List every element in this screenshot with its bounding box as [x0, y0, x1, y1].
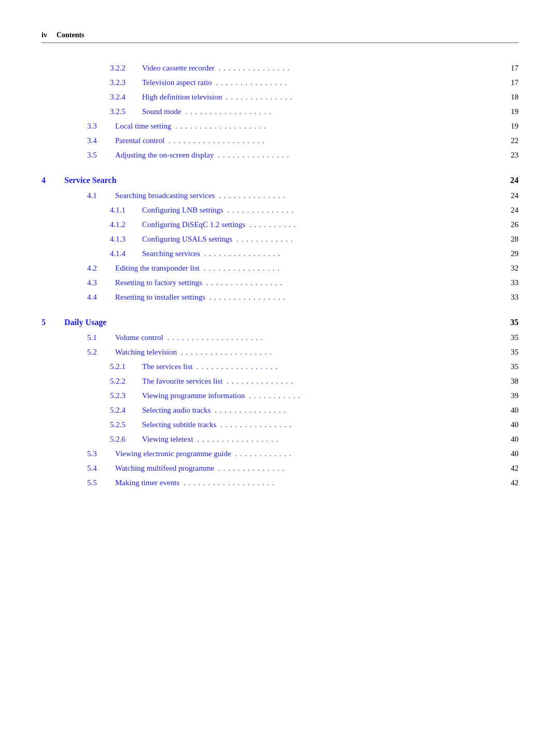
toc-label[interactable]: Selecting subtitle tracks . . . . . . . … [142, 418, 504, 431]
toc-entry-523: 5.2.3 Viewing programme information . . … [41, 389, 519, 402]
chapter5-header: 5 Daily Usage 35 [41, 318, 519, 327]
toc-label[interactable]: Volume control . . . . . . . . . . . . .… [115, 331, 504, 344]
toc-num: 4.1.3 [110, 233, 142, 245]
header-section: iv [41, 31, 47, 39]
toc-dots: . . . . . . . . . . . . . . . [216, 78, 288, 87]
toc-page: 35 [504, 360, 519, 373]
toc-entry-35: 3.5 Adjusting the on-screen display . . … [41, 149, 519, 161]
chapter4-header: 4 Service Search 24 [41, 176, 519, 185]
toc-dots: . . . . . . . . . . . . . . [218, 464, 285, 472]
toc-entry-522: 5.2.2 The favourite services list . . . … [41, 375, 519, 387]
toc-label[interactable]: Searching services . . . . . . . . . . .… [142, 247, 504, 260]
toc-page: 24 [504, 189, 519, 202]
toc-num: 5.2.2 [110, 375, 142, 387]
toc-label[interactable]: Viewing teletext . . . . . . . . . . . .… [142, 433, 504, 445]
toc-page: 22 [504, 134, 519, 147]
toc-label[interactable]: Configuring DiSEqC 1.2 settings . . . . … [142, 218, 504, 231]
toc-num: 3.2.4 [110, 91, 142, 103]
toc-dots: . . . . . . . . . . . [249, 391, 301, 400]
toc-page: 28 [504, 233, 519, 245]
toc-page: 40 [504, 418, 519, 431]
toc-page: 23 [504, 149, 519, 161]
toc-label[interactable]: Parental control . . . . . . . . . . . .… [115, 134, 504, 147]
toc-num: 5.2 [87, 346, 115, 358]
toc-num: 5.1 [87, 331, 115, 344]
toc-dots: . . . . . . . . . . . . . . . . [209, 293, 285, 301]
toc-label[interactable]: Viewing electronic programme guide . . .… [115, 447, 504, 460]
chapter5-title[interactable]: Daily Usage [64, 318, 504, 327]
toc-label[interactable]: Watching television . . . . . . . . . . … [115, 346, 504, 358]
chapter5-page: 35 [504, 318, 519, 327]
chapter4-title[interactable]: Service Search [64, 176, 504, 185]
toc-entry-414: 4.1.4 Searching services . . . . . . . .… [41, 247, 519, 260]
toc-entry-54: 5.4 Watching multifeed programme . . . .… [41, 462, 519, 474]
toc-page: 40 [504, 404, 519, 416]
toc-label[interactable]: The services list . . . . . . . . . . . … [142, 360, 504, 373]
toc-page: 26 [504, 218, 519, 231]
toc-page: 42 [504, 476, 519, 489]
toc-label[interactable]: Configuring LNB settings . . . . . . . .… [142, 204, 504, 216]
toc-label[interactable]: Configuring USALS settings . . . . . . .… [142, 233, 504, 245]
toc-entry-325: 3.2.5 Sound mode . . . . . . . . . . . .… [41, 105, 519, 118]
toc-num: 4.1 [87, 189, 115, 202]
toc-num: 5.2.4 [110, 404, 142, 416]
toc-page: 24 [504, 204, 519, 216]
toc-num: 5.2.1 [110, 360, 142, 373]
toc-entry-411: 4.1.1 Configuring LNB settings . . . . .… [41, 204, 519, 216]
toc-dots: . . . . . . . . . . . . . . [227, 377, 293, 385]
toc-dots: . . . . . . . . . . . . . . . . [204, 249, 281, 258]
toc-num: 3.2.3 [110, 76, 142, 89]
toc-entry-525: 5.2.5 Selecting subtitle tracks . . . . … [41, 418, 519, 431]
page-header: iv Contents [41, 31, 519, 43]
toc-dots: . . . . . . . . . . . . . . . [218, 151, 289, 159]
toc-label[interactable]: Video cassette recorder . . . . . . . . … [142, 62, 504, 74]
toc-dots: . . . . . . . . . . . . . . [227, 206, 293, 214]
toc-label[interactable]: Resetting to factory settings . . . . . … [115, 276, 504, 289]
toc-entry-33: 3.3 Local time setting . . . . . . . . .… [41, 120, 519, 132]
toc-entry-52: 5.2 Watching television . . . . . . . . … [41, 346, 519, 358]
toc-label[interactable]: Adjusting the on-screen display . . . . … [115, 149, 504, 161]
chapter5-num: 5 [41, 318, 64, 327]
toc-entry-526: 5.2.6 Viewing teletext . . . . . . . . .… [41, 433, 519, 445]
toc-label[interactable]: Viewing programme information . . . . . … [142, 389, 504, 402]
toc-dots: . . . . . . . . . . . . [235, 449, 291, 458]
toc-label[interactable]: Searching broadcasting services . . . . … [115, 189, 504, 202]
toc: 3.2.2 Video cassette recorder . . . . . … [41, 62, 519, 489]
toc-label[interactable]: Editing the transponder list . . . . . .… [115, 262, 504, 274]
toc-entry-524: 5.2.4 Selecting audio tracks . . . . . .… [41, 404, 519, 416]
toc-page: 17 [504, 76, 519, 89]
toc-num: 5.2.5 [110, 418, 142, 431]
toc-label[interactable]: Local time setting . . . . . . . . . . .… [115, 120, 504, 132]
header-title: Contents [57, 31, 85, 39]
toc-num: 5.5 [87, 476, 115, 489]
toc-page: 19 [504, 105, 519, 118]
toc-entry-41: 4.1 Searching broadcasting services . . … [41, 189, 519, 202]
toc-num: 5.4 [87, 462, 115, 474]
toc-dots: . . . . . . . . . . . . . . . . . . . . [167, 333, 263, 342]
toc-num: 3.3 [87, 120, 115, 132]
toc-dots: . . . . . . . . . . . . . . [219, 191, 285, 200]
toc-entry-53: 5.3 Viewing electronic programme guide .… [41, 447, 519, 460]
toc-label[interactable]: Resetting to installer settings . . . . … [115, 291, 504, 303]
toc-page: 35 [504, 331, 519, 344]
toc-num: 3.5 [87, 149, 115, 161]
toc-dots: . . . . . . . . . . . . . . . . . [197, 435, 278, 443]
toc-label[interactable]: High definition television . . . . . . .… [142, 91, 504, 103]
toc-label[interactable]: Making timer events . . . . . . . . . . … [115, 476, 504, 489]
toc-label[interactable]: Television aspect ratio . . . . . . . . … [142, 76, 504, 89]
toc-entry-51: 5.1 Volume control . . . . . . . . . . .… [41, 331, 519, 344]
toc-num: 5.2.6 [110, 433, 142, 445]
toc-label[interactable]: The favourite services list . . . . . . … [142, 375, 504, 387]
toc-label[interactable]: Selecting audio tracks . . . . . . . . .… [142, 404, 504, 416]
toc-dots: . . . . . . . . . . [249, 220, 296, 229]
toc-label[interactable]: Sound mode . . . . . . . . . . . . . . .… [142, 105, 504, 118]
toc-dots: . . . . . . . . . . . . . . . . . . . . [169, 136, 264, 145]
toc-page: 33 [504, 276, 519, 289]
toc-dots: . . . . . . . . . . . . . . . . [206, 278, 283, 287]
toc-entry-323: 3.2.3 Television aspect ratio . . . . . … [41, 76, 519, 89]
toc-dots: . . . . . . . . . . . . . . . . . . . [181, 348, 272, 356]
toc-label[interactable]: Watching multifeed programme . . . . . .… [115, 462, 504, 474]
toc-page: 42 [504, 462, 519, 474]
toc-num: 3.2.5 [110, 105, 142, 118]
toc-page: 17 [504, 62, 519, 74]
